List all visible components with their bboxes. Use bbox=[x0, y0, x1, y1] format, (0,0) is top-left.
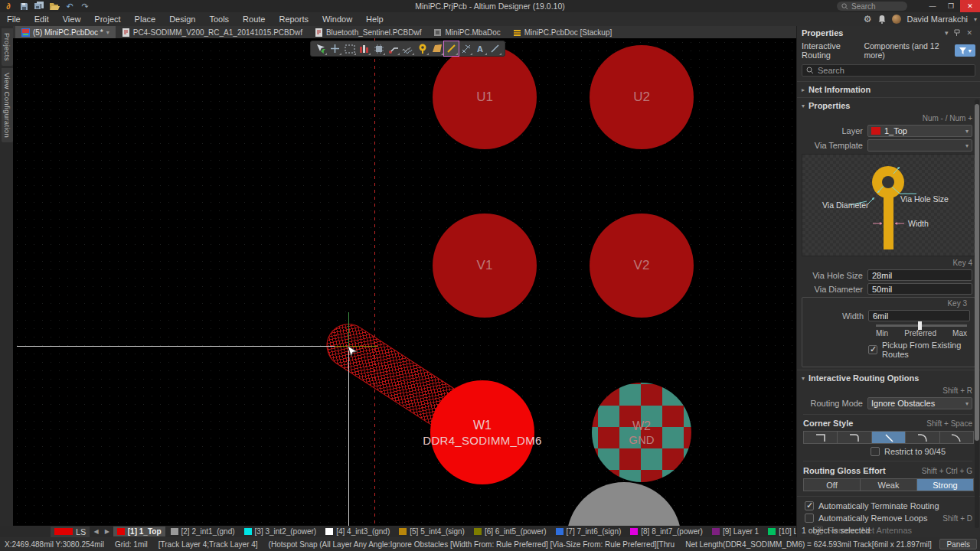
layer-dropdown[interactable]: 1_Top ▾ bbox=[867, 125, 972, 137]
width-slider[interactable] bbox=[876, 324, 967, 327]
layer-tab[interactable]: [3] 3_int2_(power) bbox=[240, 527, 321, 536]
open-icon[interactable] bbox=[49, 2, 60, 11]
layer-set-button[interactable]: LS bbox=[51, 527, 90, 537]
interactive-diff-pair-icon[interactable] bbox=[400, 41, 415, 56]
panel-scrollbar[interactable] bbox=[975, 99, 979, 528]
pad-partial[interactable] bbox=[567, 482, 681, 526]
hotkey-hint-key4: Key 4 bbox=[797, 259, 972, 267]
panel-search-input[interactable]: Search bbox=[802, 64, 975, 77]
pad-stack-icon[interactable] bbox=[357, 41, 371, 56]
gloss-off-button[interactable]: Off bbox=[803, 478, 861, 491]
chevron-down-icon[interactable]: ▾ bbox=[974, 16, 977, 23]
section-net-information[interactable]: ▸ Net Information bbox=[797, 81, 980, 97]
menu-view[interactable]: View bbox=[56, 15, 88, 24]
menu-reports[interactable]: Reports bbox=[272, 15, 315, 24]
pad-v2[interactable]: V2 bbox=[590, 214, 694, 318]
width-slider-handle[interactable] bbox=[918, 321, 922, 330]
filter-button[interactable]: ▾ bbox=[955, 44, 975, 57]
minimize-button[interactable]: — bbox=[923, 0, 942, 12]
place-via-icon[interactable] bbox=[415, 41, 430, 56]
width-input[interactable]: 6mil bbox=[868, 310, 970, 321]
via-diameter-input[interactable]: 50mil bbox=[867, 283, 972, 295]
doc-tab-minipc-stackup[interactable]: MiniPC.PcbDoc [Stackup] bbox=[507, 26, 619, 38]
corner-45-rounded-button[interactable] bbox=[906, 431, 939, 444]
place-track-icon[interactable] bbox=[444, 41, 459, 56]
panel-menu-icon[interactable]: ▾ bbox=[942, 29, 952, 37]
place-polygon-icon[interactable] bbox=[430, 41, 444, 56]
layer-scroll-right-icon[interactable]: ▶ bbox=[103, 528, 112, 535]
menu-window[interactable]: Window bbox=[315, 15, 359, 24]
pad-w1[interactable]: W1 DDR4_SODIMM_DM6 bbox=[430, 380, 534, 484]
menu-design[interactable]: Design bbox=[162, 15, 202, 24]
menu-place[interactable]: Place bbox=[128, 15, 163, 24]
layer-tab[interactable]: [7] 7_int6_(sign) bbox=[552, 527, 626, 536]
corner-90-button[interactable] bbox=[803, 431, 838, 444]
restrict-9045-checkbox[interactable]: Restrict to 90/45 bbox=[871, 447, 980, 456]
doc-tab-bluetooth-sentinel[interactable]: Bluetooth_Sentinel.PCBDwf bbox=[309, 26, 428, 38]
layer-tab[interactable]: [9] Layer 1 bbox=[708, 527, 763, 536]
pad-v1[interactable]: V1 bbox=[433, 214, 537, 318]
user-name[interactable]: David Marrakchi bbox=[907, 15, 968, 24]
doc-tab-pc4-sodimm[interactable]: PC4-SODIMM_V200_RC_A1_20141015.PCBDwf bbox=[116, 26, 309, 38]
auto-terminate-checkbox[interactable]: Automatically Terminate Routing bbox=[805, 501, 980, 510]
layer-scroll-left-icon[interactable]: ◀ bbox=[91, 528, 100, 535]
scope-label[interactable]: Components (and 12 more) bbox=[864, 41, 951, 60]
gloss-strong-button[interactable]: Strong bbox=[917, 478, 974, 491]
menu-route[interactable]: Route bbox=[236, 15, 272, 24]
place-string-icon[interactable]: A bbox=[473, 41, 488, 56]
tab-dropdown-icon[interactable]: ▾ bbox=[106, 29, 109, 36]
place-component-icon[interactable] bbox=[371, 41, 386, 56]
pad-u2[interactable]: U2 bbox=[590, 45, 694, 149]
layer-tab[interactable]: [6] 6_int5_(power) bbox=[470, 527, 550, 536]
maximize-button[interactable]: ❐ bbox=[942, 0, 960, 12]
side-tab-projects[interactable]: Projects bbox=[2, 28, 13, 66]
move-icon[interactable] bbox=[328, 41, 342, 56]
global-search-box[interactable]: Search bbox=[837, 2, 907, 11]
interactive-route-icon[interactable] bbox=[386, 41, 400, 56]
doc-tab-minipc-pcbdoc[interactable]: (5) MiniPC.PcbDoc * ▾ bbox=[15, 26, 116, 38]
pcb-canvas[interactable]: U1 U2 V1 V2 W1 DDR4_SODIMM_DM6 W2 GND A bbox=[13, 38, 796, 526]
pin-icon[interactable] bbox=[951, 29, 963, 37]
side-tab-view-configuration[interactable]: View Configuration bbox=[2, 68, 13, 142]
menu-help[interactable]: Help bbox=[359, 15, 390, 24]
save-icon[interactable] bbox=[18, 2, 29, 11]
pickup-checkbox[interactable]: Pickup From Existing Routes bbox=[868, 341, 975, 359]
corner-arc-button[interactable] bbox=[940, 431, 974, 444]
pad-w2[interactable]: W2 GND bbox=[592, 383, 691, 482]
close-button[interactable]: ✕ bbox=[960, 0, 980, 12]
auto-remove-loops-checkbox[interactable]: Automatically Remove Loops Shift + D bbox=[805, 514, 980, 523]
menu-tools[interactable]: Tools bbox=[202, 15, 236, 24]
pad-u1[interactable]: U1 bbox=[433, 45, 537, 149]
layer-tab[interactable]: [5] 5_int4_(sign) bbox=[395, 527, 469, 536]
save-all-icon[interactable] bbox=[34, 2, 44, 11]
lasso-select-icon[interactable] bbox=[342, 41, 357, 56]
menu-project[interactable]: Project bbox=[87, 15, 127, 24]
avatar[interactable] bbox=[892, 15, 901, 24]
panels-button[interactable]: Panels bbox=[939, 539, 977, 549]
scrollbar-thumb[interactable] bbox=[975, 104, 979, 441]
layer-tab[interactable]: [8] 8_int7_(power) bbox=[626, 527, 707, 536]
bell-icon[interactable] bbox=[878, 15, 886, 24]
place-line-icon[interactable] bbox=[488, 41, 502, 56]
section-properties[interactable]: ▾ Properties bbox=[797, 97, 980, 113]
doc-tab-minipc-mbadoc[interactable]: MiniPC.MbaDoc bbox=[427, 26, 506, 38]
undo-icon[interactable]: ↶ bbox=[64, 2, 75, 11]
corner-45-button[interactable] bbox=[872, 431, 906, 444]
via-template-dropdown[interactable]: ▾ bbox=[867, 139, 972, 152]
layer-tab[interactable]: [4] 4_int3_(gnd) bbox=[322, 527, 394, 536]
gloss-weak-button[interactable]: Weak bbox=[861, 478, 917, 491]
panel-close-icon[interactable]: ✕ bbox=[963, 29, 975, 37]
menu-file[interactable]: File bbox=[0, 15, 28, 24]
menu-edit[interactable]: Edit bbox=[28, 15, 56, 24]
layer-tab[interactable]: [2] 2_int1_(gnd) bbox=[167, 527, 239, 536]
via-hole-size-input[interactable]: 28mil bbox=[867, 269, 972, 281]
selection-filter-icon[interactable] bbox=[313, 41, 328, 56]
place-dimension-icon[interactable] bbox=[459, 41, 473, 56]
gear-icon[interactable]: ⚙ bbox=[864, 14, 872, 24]
layer-tab[interactable]: [1] 1_Top bbox=[113, 527, 165, 536]
redo-icon[interactable]: ↷ bbox=[80, 2, 90, 11]
routing-mode-dropdown[interactable]: Ignore Obstacles ▾ bbox=[867, 397, 972, 409]
layer-tab[interactable]: [10] Layer 2 bbox=[764, 527, 796, 536]
corner-90-rounded-button[interactable] bbox=[838, 431, 871, 444]
section-interactive-routing-options[interactable]: ▾ Interactive Routing Options bbox=[797, 370, 980, 386]
